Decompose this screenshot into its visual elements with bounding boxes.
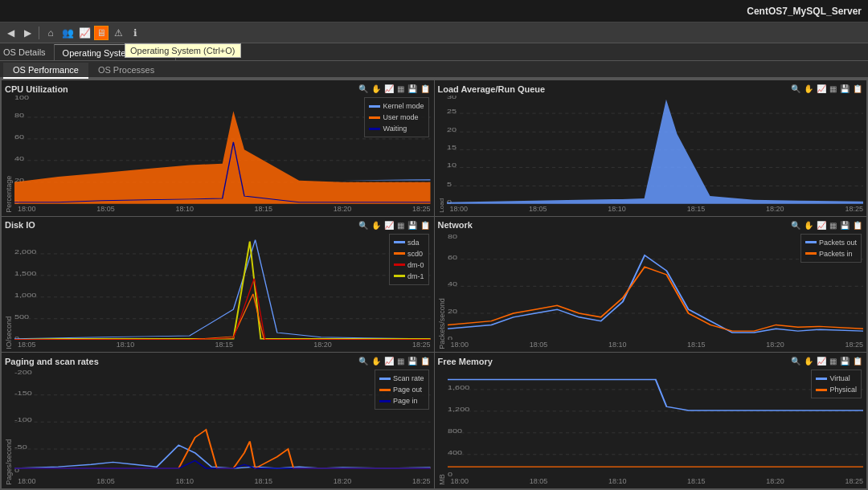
mem-line-icon[interactable]: 📈 (816, 356, 827, 366)
load-copy-icon[interactable]: 📋 (852, 84, 863, 94)
memory-chart-panel: Free Memory 🔍 ✋ 📈 ▦ 💾 📋 MB (435, 353, 867, 488)
network-chart-toolbar: 🔍 ✋ 📈 ▦ 💾 📋 (790, 220, 863, 231)
paging-save-icon[interactable]: 💾 (407, 356, 418, 366)
info-icon[interactable]: ℹ (128, 26, 142, 40)
load-chart-header: Load Average/Run Queue 🔍 ✋ 📈 ▦ 💾 📋 (438, 84, 864, 94)
cpu-legend-kernel: Kernel mode (369, 100, 424, 112)
load-x-axis: 18:00 18:05 18:10 18:15 18:20 18:25 (447, 204, 864, 213)
mem-zoom-icon[interactable]: 🔍 (790, 356, 801, 366)
disk-save-icon[interactable]: 💾 (407, 220, 418, 231)
load-chart-toolbar: 🔍 ✋ 📈 ▦ 💾 📋 (790, 84, 863, 94)
paging-zoom-icon[interactable]: 🔍 (358, 356, 369, 366)
load-hand-icon[interactable]: ✋ (803, 84, 814, 94)
cpu-wait-color (369, 128, 380, 130)
cpu-wait-label: Waiting (383, 123, 407, 134)
mem-hand-icon[interactable]: ✋ (803, 356, 814, 366)
net-save-icon[interactable]: 💾 (839, 220, 850, 231)
net-copy-icon[interactable]: 📋 (852, 220, 863, 231)
load-save-icon[interactable]: 💾 (839, 84, 850, 94)
mem-save-icon[interactable]: 💾 (839, 356, 850, 366)
cpu-line-icon[interactable]: 📈 (383, 84, 395, 94)
subtab-bar: OS Performance OS Processes (0, 61, 868, 79)
paging-legend-scan: Scan rate (379, 373, 424, 384)
svg-text:80: 80 (14, 112, 24, 119)
users-icon[interactable]: 👥 (60, 26, 75, 40)
paging-in-color (379, 400, 391, 402)
disk-table-icon[interactable]: ▦ (396, 220, 405, 231)
cpu-hand-icon[interactable]: ✋ (371, 84, 382, 94)
memory-chart-toolbar: 🔍 ✋ 📈 ▦ 💾 📋 (790, 356, 863, 366)
load-chart-body: Load 0 5 10 15 20 25 30 (438, 96, 864, 213)
disk-hand-icon[interactable]: ✋ (371, 220, 382, 231)
paging-chart-body: Pages/second -200 -150 -100 -50 0 (5, 368, 431, 485)
back-icon[interactable]: ◀ (3, 26, 18, 40)
mem-virtual-label: Virtual (829, 373, 850, 384)
paging-hand-icon[interactable]: ✋ (371, 356, 382, 366)
svg-text:40: 40 (448, 280, 457, 288)
mem-copy-icon[interactable]: 📋 (852, 356, 863, 366)
tab-os-processes[interactable]: OS Processes (88, 63, 164, 79)
svg-text:-150: -150 (14, 390, 32, 397)
svg-text:0: 0 (14, 467, 19, 474)
load-y-label: Load (438, 96, 445, 213)
tab-os-performance[interactable]: OS Performance (3, 63, 88, 79)
svg-text:100: 100 (14, 96, 29, 100)
cpu-copy-icon[interactable]: 📋 (420, 84, 431, 94)
cpu-zoom-icon[interactable]: 🔍 (358, 84, 369, 94)
net-hand-icon[interactable]: ✋ (803, 220, 814, 231)
paging-table-icon[interactable]: ▦ (396, 356, 405, 366)
paging-copy-icon[interactable]: 📋 (420, 356, 431, 366)
paging-line-icon[interactable]: 📈 (383, 356, 395, 366)
cpu-chart-toolbar: 🔍 ✋ 📈 ▦ 💾 📋 (358, 84, 431, 94)
disk-chart-title: Disk IO (5, 220, 35, 230)
disk-zoom-icon[interactable]: 🔍 (358, 220, 369, 231)
disk-legend-sda: sda (394, 237, 424, 248)
disk-chart-header: Disk IO 🔍 ✋ 📈 ▦ 💾 📋 (5, 220, 431, 231)
svg-text:80: 80 (448, 232, 457, 239)
cpu-legend: Kernel mode User mode Waiting (364, 97, 428, 137)
cpu-save-icon[interactable]: 💾 (407, 84, 418, 94)
memory-x-axis: 18:00 18:05 18:10 18:15 18:20 18:25 (448, 476, 864, 485)
svg-text:30: 30 (447, 96, 457, 100)
cpu-chart-title: CPU Utilization (5, 84, 68, 94)
svg-text:400: 400 (448, 449, 462, 456)
svg-text:1,000: 1,000 (14, 291, 36, 298)
chart-icon[interactable]: 📈 (77, 26, 92, 40)
network-chart-body: Packets/second 0 20 40 60 80 (438, 232, 864, 349)
svg-text:25: 25 (447, 108, 457, 115)
disk-chart-body: IO/second 0 500 1,000 1,500 2,000 (5, 232, 431, 349)
network-y-label: Packets/second (438, 232, 446, 349)
svg-text:20: 20 (448, 307, 457, 314)
load-zoom-icon[interactable]: 🔍 (790, 84, 801, 94)
net-out-label: Packets out (819, 237, 857, 248)
load-table-icon[interactable]: ▦ (829, 84, 837, 94)
disk-line-icon[interactable]: 📈 (383, 220, 395, 231)
mem-legend-physical: Physical (816, 384, 857, 395)
net-legend-in: Packets in (805, 248, 857, 259)
monitor-icon[interactable]: 🖥 (94, 26, 108, 40)
toolbar: ◀ ▶ ⌂ 👥 📈 🖥 ⚠ ℹ (0, 22, 868, 43)
svg-text:0: 0 (448, 471, 452, 476)
cpu-table-icon[interactable]: ▦ (396, 84, 405, 94)
disk-x-axis: 18:05 18:10 18:15 18:20 18:25 (14, 340, 431, 349)
svg-text:-50: -50 (14, 443, 27, 451)
load-chart-title: Load Average/Run Queue (438, 84, 546, 94)
network-chart-title: Network (438, 220, 473, 230)
forward-icon[interactable]: ▶ (20, 26, 35, 40)
net-zoom-icon[interactable]: 🔍 (790, 220, 801, 231)
network-chart-header: Network 🔍 ✋ 📈 ▦ 💾 📋 (438, 220, 864, 231)
svg-text:5: 5 (447, 180, 452, 187)
paging-chart-toolbar: 🔍 ✋ 📈 ▦ 💾 📋 (358, 356, 431, 366)
warning-icon[interactable]: ⚠ (111, 26, 125, 40)
svg-text:0: 0 (448, 334, 452, 340)
load-svg: 0 5 10 15 20 25 30 (447, 96, 864, 204)
cpu-y-label: Percentage (5, 96, 13, 213)
net-table-icon[interactable]: ▦ (829, 220, 837, 231)
mem-table-icon[interactable]: ▦ (829, 356, 837, 366)
disk-copy-icon[interactable]: 📋 (420, 220, 431, 231)
net-line-icon[interactable]: 📈 (816, 220, 827, 231)
mem-virtual-color (816, 378, 827, 380)
tooltip: Operating System (Ctrl+O) (125, 43, 241, 58)
load-line-icon[interactable]: 📈 (816, 84, 827, 94)
home-icon[interactable]: ⌂ (43, 26, 58, 40)
